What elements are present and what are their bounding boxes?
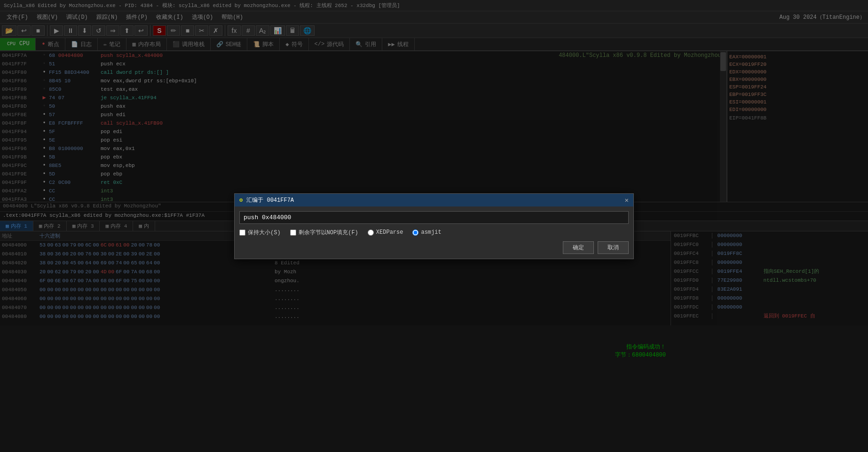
dialog-buttons: 确定 取消 — [239, 241, 629, 254]
modal-overlay: ⚙ 汇编于 0041FF7A ✕ 保持大小(S) 剩余字节以NOP填充(F) X… — [0, 0, 868, 452]
dialog-title: 汇编于 0041FF7A — [246, 196, 294, 204]
option-asmjit[interactable]: asmjit — [412, 229, 441, 236]
nop-fill-label: 剩余字节以NOP填充(F) — [299, 229, 358, 237]
dialog-options: 保持大小(S) 剩余字节以NOP填充(F) XEDParse asmjit — [239, 229, 629, 237]
dialog-close-button[interactable]: ✕ — [625, 196, 629, 204]
assemble-input[interactable] — [239, 211, 629, 224]
xedparse-label: XEDParse — [376, 229, 403, 236]
dialog-body: 保持大小(S) 剩余字节以NOP填充(F) XEDParse asmjit 确定… — [235, 206, 633, 259]
option-keep-size[interactable]: 保持大小(S) — [239, 229, 281, 237]
dialog-titlebar: ⚙ 汇编于 0041FF7A ✕ — [235, 194, 633, 206]
keep-size-checkbox[interactable] — [239, 230, 245, 236]
nop-fill-checkbox[interactable] — [290, 230, 296, 236]
dialog-title-icon: ⚙ — [239, 197, 243, 204]
option-nop-fill[interactable]: 剩余字节以NOP填充(F) — [290, 229, 358, 237]
assemble-dialog: ⚙ 汇编于 0041FF7A ✕ 保持大小(S) 剩余字节以NOP填充(F) X… — [234, 193, 634, 259]
keep-size-label: 保持大小(S) — [248, 229, 281, 237]
asmjit-label: asmjit — [421, 229, 441, 236]
xedparse-radio[interactable] — [368, 230, 374, 236]
dialog-ok-button[interactable]: 确定 — [563, 241, 594, 254]
option-xedparse[interactable]: XEDParse — [368, 229, 403, 236]
asmjit-radio[interactable] — [412, 230, 418, 236]
dialog-cancel-button[interactable]: 取消 — [598, 241, 629, 254]
